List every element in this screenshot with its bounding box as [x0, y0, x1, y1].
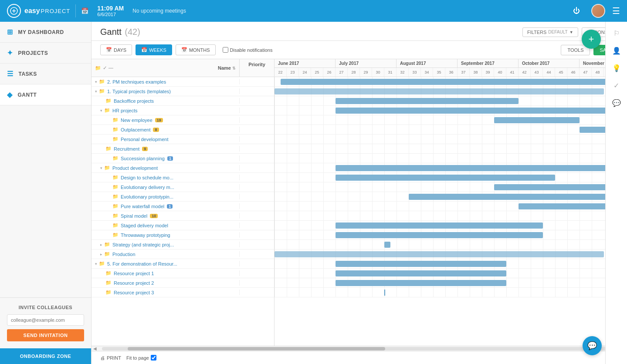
row-name-text[interactable]: 5. For demonstration of Resour... [107, 261, 177, 266]
row-name-text[interactable]: 2. PM techniques examples [107, 79, 166, 84]
chat-bubble-button[interactable]: 💬 [583, 336, 602, 355]
chat-icon[interactable]: 💬 [609, 95, 624, 111]
table-row[interactable]: 📁Pure waterfall model1 [92, 202, 274, 211]
send-invitation-button[interactable]: SEND INVITATION [7, 329, 84, 341]
row-name-text[interactable]: Design to schedule mo... [121, 175, 173, 180]
row-name-text[interactable]: Pure waterfall model [121, 204, 164, 209]
table-row[interactable]: 📁Resource project 3 [92, 288, 274, 297]
sidebar-item-tasks[interactable]: ☰ TASKS [0, 64, 91, 84]
gantt-bar[interactable] [336, 175, 555, 181]
table-row[interactable]: ▸📁Production [92, 249, 274, 259]
row-name-text[interactable]: HR projects [112, 108, 137, 113]
filters-button[interactable]: FILTERS DEFAULT ▼ [522, 27, 578, 37]
row-name-text[interactable]: Strategy (and strategic proj... [112, 242, 174, 247]
table-row[interactable]: 📁Spiral model10 [92, 211, 274, 221]
gantt-bar[interactable] [281, 79, 627, 85]
row-name-text[interactable]: Production [112, 252, 136, 257]
weeks-view-button[interactable]: 📅 WEEKS [136, 44, 172, 55]
row-name-text[interactable]: Outplacement [121, 127, 150, 132]
gantt-bar[interactable] [336, 108, 627, 114]
gantt-bar[interactable] [494, 117, 580, 123]
user-avatar[interactable] [591, 4, 605, 18]
horizontal-scrollbar[interactable]: ◀ ▶ [92, 346, 627, 351]
gantt-bar[interactable] [336, 261, 506, 267]
table-row[interactable]: 📁Evolutionary prototypin... [92, 192, 274, 202]
row-name-text[interactable]: Evolutionary prototypin... [121, 194, 173, 199]
check-icon[interactable]: ✓ [609, 78, 624, 93]
row-name-text[interactable]: New employee [121, 118, 153, 123]
row-name-text[interactable]: Recruitment [114, 146, 139, 152]
name-sort[interactable]: Name ⇅ [218, 65, 236, 71]
scroll-track[interactable] [102, 347, 617, 351]
table-row[interactable]: 📁Throwaway prototyping [92, 230, 274, 240]
gantt-bar[interactable] [336, 280, 506, 286]
table-row[interactable]: 📁Evolutionary delivery m... [92, 182, 274, 192]
table-row[interactable]: 📁New employee19 [92, 115, 274, 125]
row-name-text[interactable]: Resource project 3 [114, 290, 154, 295]
row-name-text[interactable]: Throwaway prototyping [121, 233, 170, 238]
table-row[interactable]: ▾📁1. Typical projects (templates) [92, 87, 274, 96]
sidebar-item-dashboard[interactable]: ⊞ MY DASHBOARD [0, 22, 91, 43]
row-name-text[interactable]: 1. Typical projects (templates) [107, 89, 171, 94]
collapse-button[interactable]: ▾ [95, 80, 97, 84]
table-row[interactable]: ▾📁5. For demonstration of Resour... [92, 259, 274, 269]
table-row[interactable]: 📁Resource project 2 [92, 278, 274, 288]
user-icon[interactable]: 👤 [609, 43, 624, 58]
disable-notifications-label[interactable]: Disable notifications [223, 47, 273, 53]
gantt-bar[interactable] [336, 165, 627, 171]
logo[interactable]: easy PROJECT [7, 4, 70, 18]
row-name-text[interactable]: Succession planning [121, 156, 165, 161]
table-row[interactable]: 📁Design to schedule mo... [92, 173, 274, 182]
collapse-button[interactable]: ▾ [95, 262, 97, 266]
collapse-button[interactable]: ▾ [95, 89, 97, 94]
gantt-bar[interactable] [336, 232, 543, 238]
invite-email-input[interactable] [7, 314, 84, 326]
print-button[interactable]: 🖨 PRINT [100, 355, 121, 361]
row-name-text[interactable]: Backoffice projects [114, 98, 154, 104]
expand-button[interactable]: ▸ [100, 243, 102, 247]
fit-page-label[interactable]: Fit to page [126, 355, 156, 361]
row-name-text[interactable]: Product development [112, 165, 158, 171]
days-view-button[interactable]: 📅 DAYS [100, 44, 132, 55]
row-name-text[interactable]: Staged delivery model [121, 223, 168, 228]
fab-add-button[interactable]: + [582, 30, 601, 49]
onboarding-zone-button[interactable]: ONBOARDING ZONE [0, 348, 91, 364]
table-row[interactable]: ▾📁Product development [92, 163, 274, 173]
table-row[interactable]: 📁Resource project 1 [92, 269, 274, 278]
fit-page-checkbox[interactable] [151, 355, 156, 361]
gantt-bar[interactable] [384, 290, 385, 296]
scroll-left-arrow[interactable]: ◀ [92, 346, 98, 351]
disable-notifications-checkbox[interactable] [223, 47, 228, 53]
sidebar-item-projects[interactable]: ✦ PROJECTS [0, 43, 91, 64]
gantt-bar[interactable] [275, 88, 604, 94]
row-name-text[interactable]: Evolutionary delivery m... [121, 185, 174, 190]
gantt-bar[interactable] [384, 242, 390, 248]
table-row[interactable]: 📁Backoffice projects [92, 96, 274, 106]
gantt-bar[interactable] [336, 98, 519, 104]
table-row[interactable]: 📁Succession planning1 [92, 154, 274, 163]
collapse-button[interactable]: ▾ [100, 108, 102, 113]
flag-icon[interactable]: ⚐ [609, 25, 624, 41]
scroll-thumb[interactable] [128, 347, 385, 351]
menu-icon[interactable]: ☰ [612, 6, 620, 16]
gantt-bar[interactable] [336, 270, 506, 276]
row-name-text[interactable]: Spiral model [121, 213, 147, 219]
row-name-text[interactable]: Resource project 2 [114, 280, 154, 286]
lightbulb-icon[interactable]: 💡 [609, 60, 624, 76]
table-row[interactable]: 📁Recruitment9 [92, 144, 274, 154]
table-row[interactable]: ▾📁2. PM techniques examples [92, 77, 274, 87]
table-row[interactable]: 📁Staged delivery model [92, 221, 274, 230]
gantt-bar[interactable] [336, 222, 543, 229]
row-name-text[interactable]: Resource project 1 [114, 271, 154, 276]
collapse-button[interactable]: ▾ [100, 166, 102, 170]
sidebar-item-gantt[interactable]: ◆ GANTT [0, 84, 91, 105]
row-name-text[interactable]: Personal development [121, 137, 168, 142]
table-row[interactable]: 📁Personal development [92, 135, 274, 144]
gantt-bar[interactable] [409, 194, 627, 200]
table-row[interactable]: 📁Outplacement8 [92, 125, 274, 135]
table-row[interactable]: ▾📁HR projects [92, 106, 274, 115]
expand-button[interactable]: ▸ [100, 252, 102, 256]
power-icon[interactable]: ⏻ [569, 3, 584, 19]
table-row[interactable]: ▸📁Strategy (and strategic proj... [92, 240, 274, 249]
months-view-button[interactable]: 📅 MONTHS [176, 44, 216, 55]
